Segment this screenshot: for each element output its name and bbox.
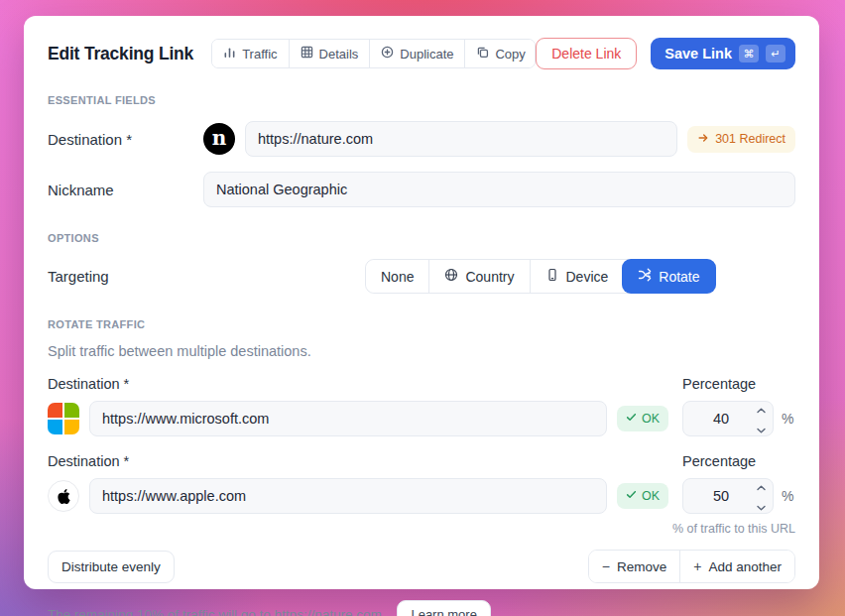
modal-header: Edit Tracking Link Traffic Details Dupli… xyxy=(48,38,795,69)
traffic-button-label: Traffic xyxy=(242,47,277,62)
nickname-input[interactable] xyxy=(203,172,795,207)
save-link-label: Save Link xyxy=(664,46,732,62)
percentage-hint: % of traffic to this URL xyxy=(48,522,795,536)
return-key-icon: ↵ xyxy=(766,45,785,62)
status-badge-label: OK xyxy=(642,489,660,503)
rotate-destination-input-1[interactable] xyxy=(89,401,607,436)
add-another-button-label: Add another xyxy=(708,559,782,574)
duplicate-button-label: Duplicate xyxy=(400,47,453,62)
copy-icon xyxy=(476,46,489,62)
learn-more-button[interactable]: Learn more xyxy=(397,600,490,616)
edit-tracking-link-modal: Edit Tracking Link Traffic Details Dupli… xyxy=(24,16,819,589)
targeting-country-label: Country xyxy=(465,269,514,285)
targeting-option-rotate[interactable]: Rotate xyxy=(622,259,715,294)
microsoft-favicon xyxy=(48,403,79,434)
copy-button[interactable]: Copy xyxy=(465,40,536,67)
status-badge: OK xyxy=(617,483,668,509)
save-link-button[interactable]: Save Link ⌘ ↵ xyxy=(651,38,795,69)
percentage-stepper-2 xyxy=(682,478,774,514)
link-toolbar: Traffic Details Duplicate Copy xyxy=(211,39,536,68)
rotate-destination-input-2[interactable] xyxy=(89,478,607,514)
check-icon xyxy=(626,412,637,426)
essential-fields-section-label: ESSENTIAL FIELDS xyxy=(48,94,795,106)
globe-icon xyxy=(444,268,458,285)
stepper-up-icon[interactable] xyxy=(757,400,766,418)
targeting-option-none[interactable]: None xyxy=(366,260,428,293)
plus-icon: + xyxy=(693,558,701,574)
delete-link-button[interactable]: Delete Link xyxy=(536,38,637,69)
remaining-traffic-note: The remaining 10% of traffic will go to … xyxy=(48,607,385,616)
nickname-label: Nickname xyxy=(48,182,203,198)
rotate-destination-row: Destination * OK Percentage xyxy=(48,376,795,436)
targeting-segmented-control: None Country Device xyxy=(365,259,716,294)
copy-button-label: Copy xyxy=(495,47,525,62)
stepper-arrows[interactable] xyxy=(757,400,766,437)
distribute-evenly-button[interactable]: Distribute evenly xyxy=(48,551,175,583)
bar-chart-icon xyxy=(223,46,236,62)
targeting-option-device[interactable]: Device xyxy=(530,260,624,293)
rotate-destination-row: Destination * OK Percentage xyxy=(48,453,795,514)
status-badge: OK xyxy=(617,406,668,431)
header-actions: Delete Link Save Link ⌘ ↵ xyxy=(536,38,795,69)
percent-sign: % xyxy=(782,488,793,504)
redirect-badge-label: 301 Redirect xyxy=(715,132,785,146)
percent-sign: % xyxy=(782,411,793,427)
rotate-traffic-section-label: ROTATE TRAFFIC xyxy=(48,318,795,330)
destination-field-row: Destination * n 301 Redirect xyxy=(48,121,795,157)
page-title: Edit Tracking Link xyxy=(48,44,193,64)
targeting-device-label: Device xyxy=(566,269,609,285)
modal-footer: The remaining 10% of traffic will go to … xyxy=(48,600,795,616)
traffic-button[interactable]: Traffic xyxy=(212,40,289,67)
command-key-icon: ⌘ xyxy=(739,45,759,62)
row-actions-group: − Remove + Add another xyxy=(588,550,795,583)
stepper-up-icon[interactable] xyxy=(757,477,766,495)
targeting-rotate-label: Rotate xyxy=(659,269,699,285)
destination-label: Destination * xyxy=(48,131,203,148)
destination-input[interactable] xyxy=(245,121,677,157)
add-another-button[interactable]: + Add another xyxy=(679,551,794,582)
targeting-none-label: None xyxy=(381,269,414,285)
arrow-right-icon xyxy=(697,132,709,147)
nickname-field-row: Nickname xyxy=(48,172,795,207)
remove-button-label: Remove xyxy=(617,559,666,574)
minus-icon: − xyxy=(602,558,610,574)
stepper-down-icon[interactable] xyxy=(757,497,766,515)
status-badge-label: OK xyxy=(642,412,660,426)
apple-favicon xyxy=(48,480,79,512)
percentage-label: Percentage xyxy=(682,376,795,392)
rotate-destination-label: Destination * xyxy=(48,376,668,392)
targeting-label: Targeting xyxy=(48,268,203,285)
targeting-option-country[interactable]: Country xyxy=(428,260,529,293)
percentage-input-1[interactable] xyxy=(685,411,757,427)
targeting-field-row: Targeting None Country Device xyxy=(48,259,795,294)
grid-icon xyxy=(301,46,313,62)
rotate-destination-label: Destination * xyxy=(48,453,668,469)
percentage-stepper-1 xyxy=(682,401,774,436)
duplicate-button[interactable]: Duplicate xyxy=(370,40,465,67)
rotate-actions-row: Distribute evenly − Remove + Add another xyxy=(48,550,795,583)
check-icon xyxy=(626,489,637,503)
details-button[interactable]: Details xyxy=(290,40,371,67)
stepper-arrows[interactable] xyxy=(757,477,766,515)
redirect-badge: 301 Redirect xyxy=(687,126,795,153)
rotate-traffic-description: Split traffic between multiple destinati… xyxy=(48,343,795,359)
options-section-label: OPTIONS xyxy=(48,232,795,244)
shuffle-icon xyxy=(638,268,652,285)
stepper-down-icon[interactable] xyxy=(757,420,766,437)
percentage-label: Percentage xyxy=(682,453,795,469)
remove-button[interactable]: − Remove xyxy=(589,551,679,582)
nature-favicon: n xyxy=(203,123,235,155)
percentage-input-2[interactable] xyxy=(685,488,757,504)
device-icon xyxy=(545,268,559,285)
plus-circle-icon xyxy=(381,46,394,62)
details-button-label: Details xyxy=(319,47,359,62)
